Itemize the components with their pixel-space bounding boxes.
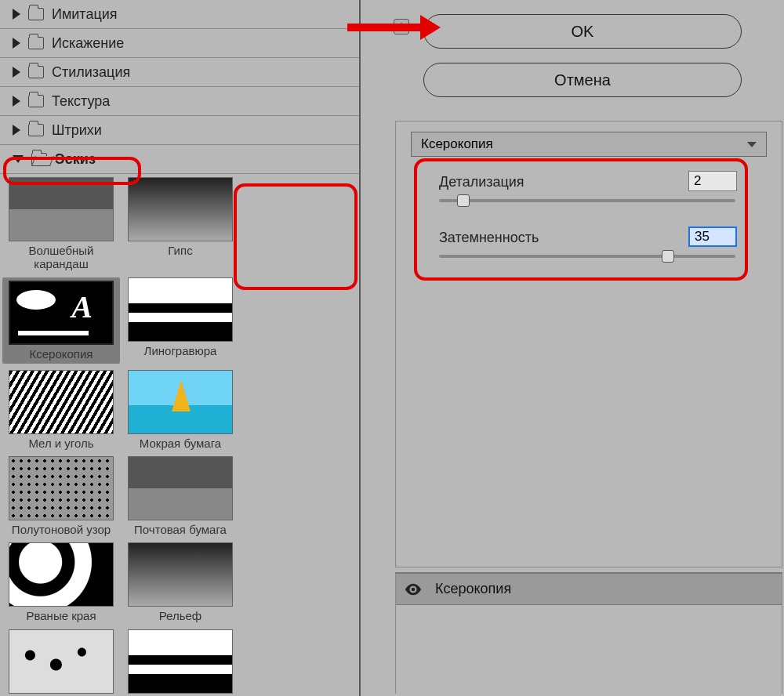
thumb-label: Мокрая бумага — [122, 437, 239, 450]
chevron-right-icon — [13, 38, 20, 49]
annotation-arrow — [347, 24, 422, 31]
cancel-button[interactable]: Отмена — [423, 63, 742, 97]
chevron-right-icon — [13, 96, 20, 107]
folder-icon — [28, 124, 44, 136]
thumb-label: Почтовая бумага — [122, 523, 239, 536]
param-detail-slider[interactable] — [439, 199, 735, 202]
slider-knob[interactable] — [457, 194, 470, 207]
category-label: Штрихи — [52, 122, 102, 139]
category-label: Имитация — [52, 6, 118, 23]
layers-empty-area — [396, 605, 782, 694]
effect-layer-row[interactable]: Ксерокопия — [396, 574, 782, 605]
filter-thumb-water-paper[interactable]: Мокрая бумага — [122, 370, 239, 450]
thumbnail-image — [9, 542, 114, 607]
filter-thumb-note-paper[interactable]: Почтовая бумага — [122, 456, 239, 536]
filter-categories-panel: Имитация Искажение Стилизация Текстура Ш… — [0, 0, 361, 696]
svg-point-0 — [412, 587, 416, 591]
param-darkness-input[interactable] — [688, 227, 737, 247]
param-detail-input[interactable] — [688, 171, 737, 191]
eye-icon — [405, 583, 422, 596]
category-label: Искажение — [52, 35, 124, 52]
filter-gallery: Волшебный карандаш Гипс Ксерокопия Линог… — [0, 174, 359, 696]
chevron-right-icon — [13, 67, 20, 78]
param-darkness-row: Затемненность — [439, 230, 737, 246]
filter-thumb-plaster[interactable]: Гипс — [122, 177, 239, 271]
thumb-label: Рваные края — [2, 609, 120, 622]
category-label: Стилизация — [52, 64, 130, 81]
category-distort[interactable]: Искажение — [0, 29, 359, 58]
filter-thumb-linocut[interactable]: Линогравюра — [122, 277, 239, 364]
filter-select-dropdown[interactable]: Ксерокопия — [411, 132, 767, 157]
thumbnail-image — [9, 370, 114, 434]
dropdown-value: Ксерокопия — [421, 136, 493, 152]
chevron-right-icon — [13, 9, 20, 20]
thumbnail-image — [128, 456, 233, 520]
filter-thumb-chalk-charcoal[interactable]: Мел и уголь — [2, 370, 120, 450]
filter-thumb-torn-edges[interactable]: Рваные края — [2, 542, 120, 622]
chevron-down-icon — [13, 155, 24, 163]
thumb-label: Ксерокопия — [2, 347, 120, 361]
thumbnail-image — [9, 281, 114, 345]
folder-icon — [28, 8, 44, 20]
thumbnail-image — [9, 456, 114, 520]
thumbnail-image — [128, 177, 233, 241]
chevron-down-icon — [747, 142, 757, 147]
thumbnail-image — [128, 277, 233, 342]
category-imitation[interactable]: Имитация — [0, 0, 359, 29]
thumbnail-image — [9, 177, 114, 241]
folder-open-icon — [31, 153, 47, 165]
slider-knob[interactable] — [662, 250, 674, 263]
thumbnail-image — [128, 370, 233, 434]
filter-thumb-reticulation[interactable]: Ретикуляция — [2, 629, 120, 697]
category-label: Текстура — [52, 93, 110, 110]
filter-thumb-magic-pencil[interactable]: Волшебный карандаш — [2, 177, 120, 271]
folder-icon — [28, 66, 44, 78]
category-texture[interactable]: Текстура — [0, 87, 359, 116]
ok-button[interactable]: OK — [423, 14, 742, 49]
filter-thumb-bas-relief[interactable]: Рельеф — [122, 542, 239, 622]
folder-icon — [28, 95, 44, 107]
param-label: Детализация — [439, 174, 524, 190]
filter-thumb-halftone[interactable]: Полутоновой узор — [2, 456, 120, 536]
param-darkness-slider[interactable] — [439, 255, 735, 258]
param-detail-row: Детализация — [439, 174, 737, 190]
thumb-label: Гипс — [122, 244, 239, 257]
category-stylize[interactable]: Стилизация — [0, 58, 359, 87]
filter-thumb-stamp[interactable]: Тушь — [122, 629, 239, 697]
thumb-label: Линогравюра — [122, 344, 239, 357]
param-label: Затемненность — [439, 230, 539, 245]
folder-icon — [28, 37, 44, 49]
chevron-right-icon — [13, 125, 20, 136]
layer-name: Ксерокопия — [430, 581, 511, 597]
thumb-label: Мел и уголь — [2, 437, 120, 450]
effect-layers-panel: Ксерокопия — [395, 572, 782, 694]
category-sketch[interactable]: Эскиз — [0, 145, 359, 174]
category-strokes[interactable]: Штрихи — [0, 116, 359, 145]
thumbnail-image — [128, 542, 233, 607]
thumbnail-image — [128, 629, 233, 694]
thumb-label: Волшебный карандаш — [2, 244, 120, 271]
filter-thumb-photocopy[interactable]: Ксерокопия — [2, 277, 120, 364]
thumb-label: Рельеф — [122, 609, 239, 622]
visibility-toggle[interactable] — [396, 583, 430, 596]
category-label: Эскиз — [55, 151, 96, 168]
thumb-label: Полутоновой узор — [2, 523, 120, 536]
thumbnail-image — [9, 629, 114, 694]
